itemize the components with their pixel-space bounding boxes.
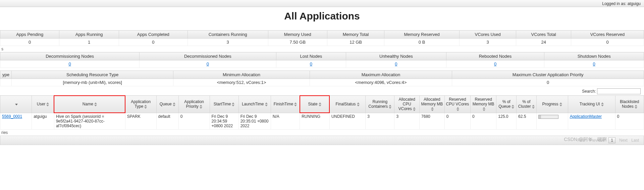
logged-in-user: atguigu [628, 1, 641, 6]
cell-blacklisted: 0 [615, 113, 644, 129]
col-blacklisted[interactable]: Blacklisted Nodes [615, 96, 644, 113]
cell-res-vcores: 0 [444, 113, 470, 129]
col-min-alloc[interactable]: Minimum Allocation [173, 71, 310, 79]
sort-icon [357, 102, 360, 107]
col-max-priority[interactable]: Maximum Cluster Application Priority [452, 71, 644, 79]
col-max-alloc[interactable]: Maximum Allocation [310, 71, 452, 79]
col-user[interactable]: User [32, 96, 54, 113]
page-title: All Applications [0, 10, 644, 22]
pager-first[interactable]: First [578, 138, 585, 143]
col-pct-queue[interactable]: % of Queue [496, 96, 517, 113]
sort-icon [319, 102, 321, 107]
col-apps-running[interactable]: Apps Running [59, 31, 119, 39]
col-name[interactable]: Name [54, 96, 125, 113]
col-starttime-label: StartTime [214, 102, 231, 106]
col-queue[interactable]: Queue [156, 96, 178, 113]
col-finishtime-label: FinishTime [274, 102, 293, 106]
col-finishtime[interactable]: FinishTime [271, 96, 300, 113]
col-apps-pending[interactable]: Apps Pending [0, 31, 59, 39]
cell-user: atguigu [32, 113, 54, 129]
col-vcores-reserved[interactable]: VCores Reserved [571, 31, 644, 39]
col-res-vcores[interactable]: Reserved CPU VCores [444, 96, 470, 113]
sort-icon [144, 104, 147, 109]
link-decommissioning[interactable]: 0 [68, 61, 71, 66]
col-decommissioning[interactable]: Decommissioning Nodes [0, 52, 140, 60]
link-lost[interactable]: 0 [310, 61, 312, 66]
sort-icon [457, 107, 459, 111]
col-id[interactable] [0, 96, 32, 113]
col-progress-label: Progress [542, 102, 558, 106]
search-label: Search: [582, 89, 596, 94]
sort-icon [532, 104, 535, 109]
col-decommissioned[interactable]: Decommissioned Nodes [140, 52, 276, 60]
cell-launchtime: Fri Dec 9 20:35:01 +0800 2022 [238, 113, 271, 129]
col-pct-cluster-label: % of Cluster [518, 99, 531, 109]
col-finalstatus[interactable]: FinalStatus [329, 96, 365, 113]
cell-res-mem: 0 [471, 113, 496, 129]
cell-alloc-mem: 7680 [420, 113, 445, 129]
app-id-link[interactable]: 5569_0001 [2, 114, 22, 119]
col-vcores-used[interactable]: VCores Used [459, 31, 516, 39]
cell-alloc-vcores: 3 [394, 113, 420, 129]
cell-app-type: SPARK [125, 113, 156, 129]
link-unhealthy[interactable]: 0 [395, 61, 397, 66]
col-apps-completed[interactable]: Apps Completed [119, 31, 187, 39]
col-lost-nodes[interactable]: Lost Nodes [276, 52, 346, 60]
col-rebooted-nodes[interactable]: Rebooted Nodes [446, 52, 544, 60]
col-alloc-vcores[interactable]: Allocated CPU VCores [394, 96, 420, 113]
cluster-metrics-table: Apps Pending Apps Running Apps Completed… [0, 30, 644, 46]
val-memory-used: 7.50 GB [268, 39, 327, 46]
col-queue-label: Queue [160, 102, 172, 106]
col-res-mem[interactable]: Reserved Memory MB [471, 96, 496, 113]
col-runcon-label: Running Containers [368, 99, 388, 109]
col-shutdown-nodes[interactable]: Shutdown Nodes [544, 52, 644, 60]
col-state-label: State [308, 102, 318, 106]
col-user-label: User [37, 102, 45, 106]
col-priority[interactable]: Application Priority [178, 96, 210, 113]
col-vcores-total[interactable]: VCores Total [516, 31, 571, 39]
pager-next[interactable]: Next [619, 138, 628, 143]
sort-icon [559, 102, 562, 107]
link-shutdown[interactable]: 0 [593, 61, 595, 66]
sort-icon [601, 102, 604, 107]
col-running-containers[interactable]: Running Containers [366, 96, 394, 113]
col-progress[interactable]: Progress [536, 96, 568, 113]
col-unhealthy-nodes[interactable]: Unhealthy Nodes [346, 52, 446, 60]
col-launchtime[interactable]: LaunchTime [238, 96, 271, 113]
col-memory-reserved[interactable]: Memory Reserved [384, 31, 460, 39]
logged-in-label: Logged in as: [602, 1, 626, 6]
sort-icon [413, 107, 416, 111]
table-row: 5569_0001 atguigu Hive on Spark (session… [0, 113, 644, 129]
cluster-metrics-row: 0 1 0 3 7.50 GB 12 GB 0 B 3 24 0 [0, 39, 644, 46]
col-sched-res-type[interactable]: Scheduling Resource Type [11, 71, 173, 79]
col-state[interactable]: State [300, 96, 330, 113]
val-min-alloc: <memory:512, vCores:1> [173, 79, 310, 86]
col-pct-queue-label: % of Queue [498, 99, 511, 109]
link-decommissioned[interactable]: 0 [207, 61, 209, 66]
col-pct-cluster[interactable]: % of Cluster [516, 96, 536, 113]
cell-finishtime: N/A [271, 113, 300, 129]
val-containers-running: 3 [187, 39, 268, 46]
tracking-ui-link[interactable]: ApplicationMaster [570, 114, 602, 119]
col-alloc-mem[interactable]: Allocated Memory MB [420, 96, 445, 113]
cell-finalstatus: UNDEFINED [329, 113, 365, 129]
col-containers-running[interactable]: Containers Running [187, 31, 268, 39]
sort-icon [512, 104, 514, 109]
col-memory-total[interactable]: Memory Total [327, 31, 384, 39]
col-app-type[interactable]: Application Type [125, 96, 156, 113]
pager-last[interactable]: Last [631, 138, 639, 143]
search-input[interactable] [597, 88, 641, 94]
cell-pct-queue: 125.0 [496, 113, 517, 129]
col-type-cut[interactable]: ype [0, 71, 12, 79]
val-max-priority: 0 [452, 79, 644, 86]
link-rebooted[interactable]: 0 [494, 61, 496, 66]
col-starttime[interactable]: StartTime [210, 96, 238, 113]
col-tracking-ui[interactable]: Tracking UI [568, 96, 615, 113]
cell-priority: 0 [178, 113, 210, 129]
pager-page[interactable]: 1 [608, 137, 615, 143]
pager-previous[interactable]: Previous [589, 138, 605, 143]
col-memory-used[interactable]: Memory Used [268, 31, 327, 39]
val-apps-pending: 0 [0, 39, 59, 46]
cell-pct-cluster: 62.5 [516, 113, 536, 129]
sort-icon [265, 102, 268, 107]
